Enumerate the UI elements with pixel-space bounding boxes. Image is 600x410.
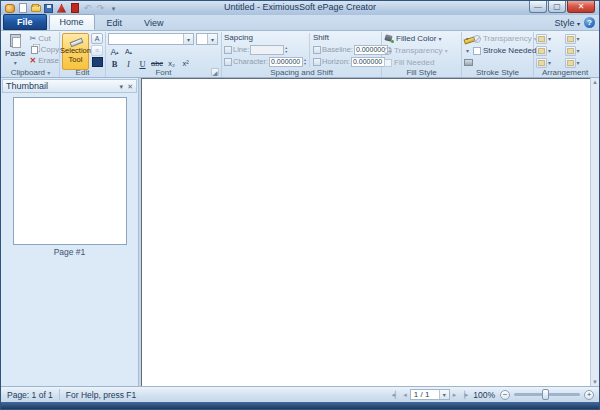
zoom-level-label: 100%	[468, 390, 500, 400]
shrink-font-button[interactable]: A▴	[122, 46, 135, 57]
horizon-label: Horizon:	[322, 57, 350, 66]
rotate-button[interactable]: ▾	[565, 45, 591, 56]
status-page-info: Page: 1 of 1	[1, 389, 60, 400]
text-tool-icon: A	[95, 35, 100, 42]
maximize-button[interactable]: ▢	[548, 1, 566, 13]
close-button[interactable]: ✕	[567, 1, 595, 13]
font-dialog-launcher-icon[interactable]: ◢	[211, 68, 219, 76]
spacing-shift-group-label: Spacing and Shift	[222, 68, 381, 77]
selection-tool-icon	[69, 36, 82, 46]
erase-icon: ✕	[29, 56, 36, 65]
page-thumbnail-label: Page #1	[1, 247, 138, 257]
last-page-icon[interactable]: ▕▸	[459, 391, 468, 399]
copy-button[interactable]: Copy	[28, 44, 60, 55]
vertical-scrollbar[interactable]: ▲ ▼	[590, 78, 599, 386]
paste-icon	[10, 34, 21, 47]
group-objects-icon	[536, 58, 547, 68]
font-size-combo[interactable]: ▾	[196, 33, 218, 45]
main-area: Thumbnail ▾ ✕ Page #1 ▲ ▼	[1, 78, 599, 386]
first-page-icon[interactable]: ◂▏	[391, 391, 400, 399]
zoom-in-button[interactable]: +	[584, 390, 594, 400]
page-thumbnail[interactable]	[13, 97, 127, 245]
style-dropdown-button[interactable]: Style ▾	[554, 18, 580, 28]
character-spinner[interactable]: ▴▾	[304, 58, 306, 66]
bring-forward-button[interactable]: ▾	[536, 33, 562, 44]
edit-extra-icon: ≡	[95, 47, 99, 54]
clipboard-dialog-launcher-icon[interactable]: ▾	[47, 70, 50, 76]
window-bottom-frame	[1, 402, 599, 409]
shift-subheader: Shift	[313, 33, 391, 43]
panel-close-icon[interactable]: ✕	[127, 83, 133, 90]
scroll-down-icon[interactable]: ▼	[592, 378, 598, 386]
page-number-combo[interactable]: 1 / 1 ▾	[410, 389, 450, 400]
font-family-combo[interactable]: ▾	[108, 33, 194, 45]
stroke-transparency-button[interactable]: Transparency	[483, 34, 532, 43]
stroke-width-dropdown-icon[interactable]: ▾	[466, 47, 469, 54]
font-group-label: Font	[106, 68, 221, 77]
horizon-shift-field[interactable]: 0.000000	[351, 57, 385, 67]
title-bar: ↶ ↷ ▾ Untitled - EximiousSoft ePage Crea…	[1, 1, 599, 15]
send-backward-button[interactable]: ▾	[536, 45, 562, 56]
stroke-needed-checkbox[interactable]	[473, 47, 481, 55]
character-label: Character:	[233, 57, 268, 66]
group-objects-button[interactable]: ▾	[536, 57, 562, 68]
edit-group-label: Edit	[60, 68, 105, 77]
edit-extra-button[interactable]: ≡	[91, 45, 103, 56]
stroke-style-extra-icon[interactable]	[464, 59, 473, 66]
next-page-icon[interactable]: ▸	[453, 391, 457, 399]
line-spacing-field[interactable]	[250, 45, 284, 55]
send-backward-icon	[536, 46, 547, 56]
document-canvas[interactable]	[141, 78, 590, 386]
thumbnail-panel: Thumbnail ▾ ✕ Page #1	[1, 78, 139, 386]
font-size-dropdown-icon[interactable]: ▾	[207, 34, 217, 44]
line-spinner[interactable]: ▴▾	[285, 46, 287, 54]
zoom-out-button[interactable]: −	[500, 390, 510, 400]
color-swatch[interactable]	[92, 57, 103, 67]
paste-label: Paste	[5, 49, 25, 58]
line-spacing-icon	[224, 46, 232, 54]
window-title: Untitled - EximiousSoft ePage Creator	[1, 2, 599, 12]
window-controls: — ▢ ✕	[528, 1, 595, 13]
group-edit: Selection Tool A ≡ Edit	[60, 32, 106, 77]
spacing-subheader: Sapcing	[224, 33, 306, 43]
paste-button[interactable]: Paste ▾	[4, 33, 26, 67]
ribbon: Paste ▾ ✂ Cut Copy ✕ Erase	[1, 31, 599, 78]
grow-font-button[interactable]: A▴	[108, 46, 121, 57]
copy-icon	[31, 46, 38, 54]
bring-forward-icon	[536, 34, 547, 44]
clipboard-group-label: Clipboard ▾	[2, 68, 59, 77]
zoom-slider[interactable]	[514, 393, 580, 396]
tab-home[interactable]: Home	[49, 14, 95, 30]
text-tool-button[interactable]: A	[91, 33, 103, 44]
fill-needed-checkbox-row[interactable]: Fill Needed	[384, 57, 458, 68]
font-family-dropdown-icon[interactable]: ▾	[183, 34, 193, 44]
fill-style-group-label: Fill Style	[382, 68, 461, 77]
selection-tool-button[interactable]: Selection Tool	[62, 33, 89, 70]
fill-bucket-icon	[384, 34, 394, 43]
previous-page-icon[interactable]: ◂	[403, 391, 407, 399]
group-clipboard: Paste ▾ ✂ Cut Copy ✕ Erase	[2, 32, 60, 77]
baseline-label: Baseline:	[322, 45, 353, 54]
character-spacing-field[interactable]: 0.000000	[269, 57, 303, 67]
arrangement-group-label: Arrangement	[534, 68, 596, 77]
fill-needed-checkbox[interactable]	[384, 59, 392, 67]
cut-icon: ✂	[29, 34, 36, 43]
fill-transparency-button[interactable]: Transparency ▾	[384, 45, 458, 56]
flip-button[interactable]: ▾	[565, 57, 591, 68]
align-button[interactable]: ▾	[565, 33, 591, 44]
tab-file[interactable]: File	[3, 14, 47, 30]
align-icon	[565, 34, 576, 44]
thumbnail-panel-title: Thumbnail	[6, 81, 48, 91]
tab-edit[interactable]: Edit	[97, 16, 133, 30]
minimize-button[interactable]: —	[529, 1, 547, 13]
erase-button[interactable]: ✕ Erase	[28, 55, 60, 66]
page-combo-dropdown-icon[interactable]: ▾	[439, 390, 449, 399]
scroll-up-icon[interactable]: ▲	[592, 78, 598, 86]
cut-button[interactable]: ✂ Cut	[28, 33, 60, 44]
help-icon[interactable]: ?	[584, 17, 595, 28]
zoom-slider-thumb[interactable]	[542, 389, 549, 400]
filled-color-button[interactable]: Filled Color ▾	[384, 33, 458, 44]
horizon-shift-icon	[313, 58, 321, 66]
tab-view[interactable]: View	[134, 16, 173, 30]
panel-collapse-icon[interactable]: ▾	[120, 83, 124, 90]
